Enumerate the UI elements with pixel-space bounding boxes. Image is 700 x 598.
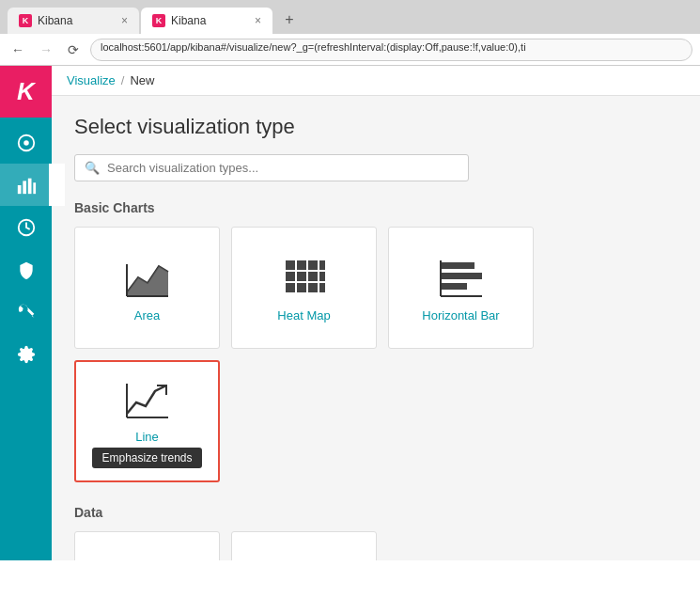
svg-rect-20 <box>308 283 318 292</box>
sidebar-item-management[interactable] <box>0 333 52 375</box>
section-title-basic-charts: Basic Charts <box>74 200 677 215</box>
viz-card-data-table[interactable]: Data Table <box>74 531 220 560</box>
svg-rect-21 <box>319 283 325 292</box>
address-bar: ← → ⟳ localhost:5601/app/kibana#/visuali… <box>0 34 700 66</box>
reload-button[interactable]: ⟳ <box>64 40 83 59</box>
page-body: Select visualization type 🔍 Basic Charts <box>52 96 700 560</box>
breadcrumb-separator: / <box>121 73 125 87</box>
viz-card-line[interactable]: Line Emphasize trends <box>74 360 220 482</box>
svg-rect-13 <box>319 260 325 270</box>
line-label: Line <box>135 430 159 444</box>
heatmap-label: Heat Map <box>277 308 330 323</box>
breadcrumb-current: New <box>130 73 154 87</box>
svg-rect-14 <box>286 272 295 281</box>
horizontal-bar-label: Horizontal Bar <box>422 308 499 323</box>
new-tab-button[interactable]: + <box>278 8 301 31</box>
tab-1-label: Kibana <box>38 14 72 27</box>
forward-button[interactable]: → <box>36 40 56 59</box>
viz-card-heatmap[interactable]: Heat Map <box>231 227 377 349</box>
svg-rect-24 <box>441 283 467 290</box>
sidebar-item-settings[interactable] <box>0 291 52 333</box>
svg-rect-23 <box>441 273 482 279</box>
tab-1-favicon: K <box>19 14 32 27</box>
svg-rect-11 <box>297 260 306 270</box>
svg-rect-17 <box>319 272 325 281</box>
svg-rect-10 <box>286 260 295 270</box>
svg-rect-19 <box>297 283 306 292</box>
app-container: K <box>0 66 700 560</box>
search-box[interactable]: 🔍 <box>74 154 469 181</box>
area-label: Area <box>134 308 160 323</box>
viz-card-metric[interactable]: 1,234 Metric <box>231 531 377 560</box>
sidebar-item-dashboard[interactable] <box>0 206 52 248</box>
svg-rect-15 <box>297 272 306 281</box>
tab-2-label: Kibana <box>171 14 206 27</box>
main-content: Visualize / New Select visualization typ… <box>52 66 700 560</box>
logo-text: K <box>17 77 35 106</box>
data-table-icon <box>119 559 176 561</box>
tab-2[interactable]: K Kibana × <box>141 8 272 34</box>
sidebar-item-discover[interactable] <box>0 121 52 164</box>
sidebar: K <box>0 66 52 560</box>
shield-icon <box>17 260 36 280</box>
tab-bar: K Kibana × K Kibana × + <box>0 0 700 34</box>
sidebar-item-timelion[interactable] <box>0 248 52 291</box>
heatmap-icon <box>276 254 333 301</box>
tab-2-favicon: K <box>152 14 165 27</box>
area-icon <box>119 254 176 301</box>
viz-card-area[interactable]: Area <box>74 227 220 349</box>
viz-card-horizontal-bar[interactable]: Horizontal Bar <box>388 227 534 349</box>
basic-charts-grid: Area <box>74 227 677 482</box>
svg-point-1 <box>23 140 29 146</box>
svg-rect-4 <box>27 178 31 194</box>
tab-1-close[interactable]: × <box>114 14 128 27</box>
back-button[interactable]: ← <box>8 40 28 59</box>
section-title-data: Data <box>74 505 677 520</box>
url-bar[interactable]: localhost:5601/app/kibana#/visualize/new… <box>90 39 692 61</box>
kibana-logo[interactable]: K <box>0 66 52 118</box>
svg-marker-7 <box>127 266 168 296</box>
horizontal-bar-icon <box>433 254 490 301</box>
search-icon: 🔍 <box>85 161 100 175</box>
line-tooltip: Emphasize trends <box>92 448 201 468</box>
svg-rect-2 <box>17 185 21 194</box>
search-input[interactable] <box>107 161 459 175</box>
gear-icon <box>17 345 36 364</box>
sidebar-item-visualize[interactable] <box>0 164 52 206</box>
svg-rect-5 <box>33 182 36 194</box>
discover-icon <box>16 133 37 153</box>
data-grid: Data Table 1,234 Metric <box>74 531 677 560</box>
wrench-icon <box>17 303 36 322</box>
metric-icon: 1,234 <box>276 559 333 561</box>
clock-icon <box>16 217 37 238</box>
svg-rect-12 <box>308 260 318 270</box>
breadcrumb-bar: Visualize / New <box>52 66 700 96</box>
breadcrumb-visualize-link[interactable]: Visualize <box>67 73 116 87</box>
page-title: Select visualization type <box>74 115 677 139</box>
svg-rect-18 <box>286 283 295 292</box>
tab-2-close[interactable]: × <box>247 14 261 27</box>
visualize-icon <box>16 175 37 196</box>
svg-rect-22 <box>441 262 474 269</box>
svg-rect-3 <box>23 181 26 194</box>
browser-chrome: K Kibana × K Kibana × + ← → ⟳ localhost:… <box>0 0 700 66</box>
line-icon <box>119 375 176 422</box>
svg-rect-16 <box>308 272 318 281</box>
tab-1[interactable]: K Kibana × <box>8 8 139 34</box>
